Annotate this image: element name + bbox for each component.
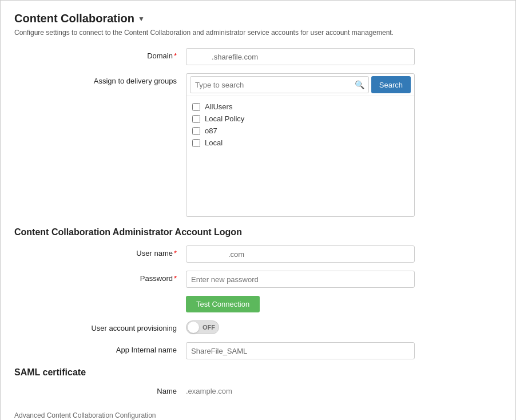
domain-row: Domain*	[14, 48, 502, 65]
admin-section-title: Content Collaboration Administrator Acco…	[14, 227, 502, 237]
local-checkbox[interactable]	[192, 139, 200, 147]
toggle-knob	[188, 322, 199, 333]
password-row: Password*	[14, 271, 502, 288]
required-star: *	[174, 51, 177, 60]
app-internal-name-control	[186, 342, 415, 359]
test-connection-control: Test Connection	[186, 296, 415, 312]
domain-control	[186, 48, 415, 65]
app-internal-name-input[interactable]	[186, 342, 415, 359]
username-control	[186, 245, 415, 263]
page-container: Content Collaboration ▼ Configure settin…	[0, 0, 516, 420]
provisioning-toggle[interactable]: OFF	[186, 320, 219, 334]
page-description: Configure settings to connect to the Con…	[14, 29, 502, 37]
list-item: AllUsers	[192, 101, 408, 113]
chevron-down-icon[interactable]: ▼	[138, 15, 145, 23]
domain-input[interactable]	[186, 48, 415, 65]
required-star-password: *	[174, 274, 177, 283]
test-connection-row: Test Connection	[14, 296, 502, 312]
password-control	[186, 271, 415, 288]
delivery-groups-list: AllUsers Local Policy o87 Local	[186, 96, 414, 216]
password-input[interactable]	[186, 271, 415, 288]
delivery-groups-row: Assign to delivery groups 🔍 Search AllUs…	[14, 73, 502, 217]
search-input[interactable]	[190, 76, 369, 93]
o87-checkbox[interactable]	[192, 127, 200, 135]
allusers-label: AllUsers	[205, 102, 232, 111]
app-internal-name-row: App Internal name	[14, 342, 502, 359]
delivery-groups-search-row: 🔍 Search	[186, 74, 414, 96]
test-connection-spacer	[14, 296, 186, 299]
allusers-checkbox[interactable]	[192, 103, 200, 111]
localpolicy-label: Local Policy	[205, 114, 244, 123]
provisioning-label: User account provisioning	[14, 320, 186, 332]
footer-link[interactable]: Advanced Content Collaboration Configura…	[14, 406, 502, 419]
toggle-label: OFF	[203, 324, 215, 331]
username-row: User name*	[14, 245, 502, 263]
localpolicy-checkbox[interactable]	[192, 115, 200, 123]
app-internal-name-label: App Internal name	[14, 342, 186, 354]
saml-name-label: Name	[14, 383, 186, 395]
search-button[interactable]: Search	[371, 76, 411, 93]
o87-label: o87	[205, 126, 217, 135]
list-item: o87	[192, 125, 408, 137]
saml-name-value: .example.com	[186, 383, 415, 395]
username-input[interactable]	[186, 245, 415, 263]
toggle-wrapper: OFF	[186, 320, 415, 334]
search-input-wrapper: 🔍	[190, 76, 369, 93]
page-title: Content Collaboration	[14, 12, 134, 25]
domain-label: Domain*	[14, 48, 186, 60]
provisioning-control: OFF	[186, 320, 415, 334]
test-connection-button[interactable]: Test Connection	[186, 296, 260, 312]
provisioning-row: User account provisioning OFF	[14, 320, 502, 334]
page-title-row: Content Collaboration ▼	[14, 12, 502, 25]
password-label: Password*	[14, 271, 186, 283]
username-label: User name*	[14, 245, 186, 257]
delivery-groups-box: 🔍 Search AllUsers Local Policy o87	[186, 73, 415, 217]
list-item: Local	[192, 137, 408, 149]
list-item: Local Policy	[192, 113, 408, 125]
saml-name-row: Name .example.com	[14, 383, 502, 395]
delivery-groups-label: Assign to delivery groups	[14, 73, 186, 85]
saml-section-title: SAML certificate	[14, 367, 502, 378]
required-star-username: *	[174, 249, 177, 257]
local-label: Local	[205, 138, 223, 147]
